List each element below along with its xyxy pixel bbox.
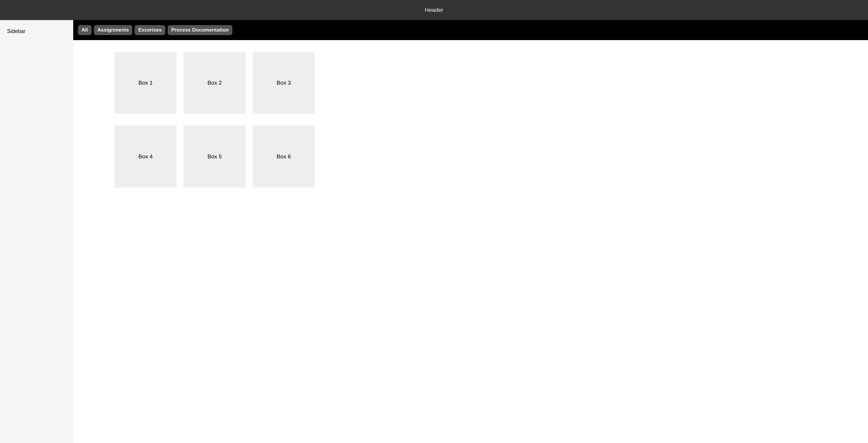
- grid-row-2: Box 4 Box 5 Box 6: [115, 126, 868, 188]
- content-area: Box 1 Box 2 Box 3 Box 4 Box 5 Box 6: [73, 40, 868, 443]
- tab-process-documentation[interactable]: Process Documentation: [168, 25, 232, 35]
- tab-all[interactable]: All: [78, 25, 92, 35]
- tab-assignments[interactable]: Assignments: [94, 25, 132, 35]
- box-4[interactable]: Box 4: [115, 126, 177, 188]
- header: Header: [0, 0, 868, 20]
- sidebar: Sidebar: [0, 20, 73, 443]
- main-area: All Assignments Excerises Process Docume…: [73, 20, 868, 443]
- box-6[interactable]: Box 6: [253, 126, 315, 188]
- header-title: Header: [425, 7, 443, 13]
- box-5[interactable]: Box 5: [184, 126, 246, 188]
- box-3[interactable]: Box 3: [253, 52, 315, 114]
- sidebar-label: Sidebar: [7, 28, 25, 34]
- box-1[interactable]: Box 1: [115, 52, 177, 114]
- layout: Sidebar All Assignments Excerises Proces…: [0, 20, 868, 443]
- tab-excerises[interactable]: Excerises: [135, 25, 165, 35]
- grid-row-1: Box 1 Box 2 Box 3: [115, 52, 868, 114]
- box-2[interactable]: Box 2: [184, 52, 246, 114]
- navbar: All Assignments Excerises Process Docume…: [73, 20, 868, 40]
